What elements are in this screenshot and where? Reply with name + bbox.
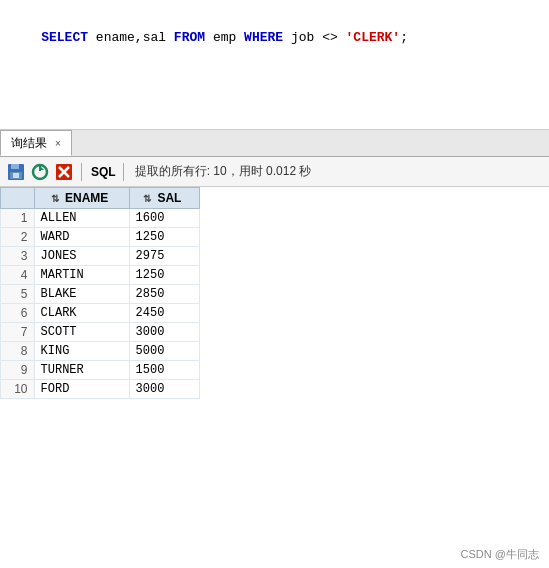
toolbar: SQL 提取的所有行: 10，用时 0.012 秒 [0, 157, 549, 187]
sal-header[interactable]: ⇅ SAL [129, 188, 199, 209]
toolbar-separator-2 [123, 163, 124, 181]
table-header-row: ⇅ ENAME ⇅ SAL [1, 188, 200, 209]
sal-cell: 1250 [129, 228, 199, 247]
ename-cell: BLAKE [34, 285, 129, 304]
ename-cell: WARD [34, 228, 129, 247]
row-number: 2 [1, 228, 35, 247]
sal-cell: 5000 [129, 342, 199, 361]
toolbar-separator [81, 163, 82, 181]
refresh-icon-button[interactable] [30, 162, 50, 182]
tab-close-button[interactable]: × [55, 138, 61, 149]
ename-cell: ALLEN [34, 209, 129, 228]
sal-cell: 2450 [129, 304, 199, 323]
row-number: 6 [1, 304, 35, 323]
sql-editor[interactable]: SELECT ename,sal FROM emp WHERE job <> '… [0, 0, 549, 130]
ename-cell: MARTIN [34, 266, 129, 285]
table-row[interactable]: 3JONES2975 [1, 247, 200, 266]
row-number: 8 [1, 342, 35, 361]
svg-rect-6 [39, 166, 41, 171]
refresh-icon [31, 163, 49, 181]
table-row[interactable]: 6CLARK2450 [1, 304, 200, 323]
ename-cell: CLARK [34, 304, 129, 323]
sal-cell: 1250 [129, 266, 199, 285]
sal-cell: 1600 [129, 209, 199, 228]
ename-cell: SCOTT [34, 323, 129, 342]
table-row[interactable]: 2WARD1250 [1, 228, 200, 247]
ename-sort-icon: ⇅ [51, 193, 59, 204]
row-num-header [1, 188, 35, 209]
table-row[interactable]: 8KING5000 [1, 342, 200, 361]
row-number: 7 [1, 323, 35, 342]
sal-sort-icon: ⇅ [143, 193, 151, 204]
tab-label: 询结果 [11, 135, 47, 152]
row-number: 4 [1, 266, 35, 285]
sal-cell: 3000 [129, 380, 199, 399]
table-row[interactable]: 10FORD3000 [1, 380, 200, 399]
row-number: 3 [1, 247, 35, 266]
row-number: 9 [1, 361, 35, 380]
svg-rect-3 [13, 173, 19, 178]
ename-cell: FORD [34, 380, 129, 399]
results-tab[interactable]: 询结果 × [0, 130, 72, 156]
sal-cell: 2975 [129, 247, 199, 266]
ename-cell: KING [34, 342, 129, 361]
table-row[interactable]: 9TURNER1500 [1, 361, 200, 380]
sal-cell: 1500 [129, 361, 199, 380]
save-icon-button[interactable] [6, 162, 26, 182]
sal-cell: 3000 [129, 323, 199, 342]
save-icon [7, 163, 25, 181]
table-row[interactable]: 5BLAKE2850 [1, 285, 200, 304]
table-row[interactable]: 4MARTIN1250 [1, 266, 200, 285]
tab-bar: 询结果 × [0, 130, 549, 157]
stop-icon-button[interactable] [54, 162, 74, 182]
table-row[interactable]: 7SCOTT3000 [1, 323, 200, 342]
watermark: CSDN @牛同志 [461, 547, 539, 562]
sql-code: SELECT ename,sal FROM emp WHERE job <> '… [10, 8, 539, 67]
ename-cell: TURNER [34, 361, 129, 380]
sal-cell: 2850 [129, 285, 199, 304]
ename-header[interactable]: ⇅ ENAME [34, 188, 129, 209]
table-row[interactable]: 1ALLEN1600 [1, 209, 200, 228]
svg-rect-1 [11, 164, 19, 169]
watermark-text: CSDN @牛同志 [461, 548, 539, 560]
results-table: ⇅ ENAME ⇅ SAL 1ALLEN16002WARD12503JONES2… [0, 187, 200, 399]
ename-cell: JONES [34, 247, 129, 266]
sql-label: SQL [91, 165, 116, 179]
row-number: 1 [1, 209, 35, 228]
row-number: 10 [1, 380, 35, 399]
row-number: 5 [1, 285, 35, 304]
stop-icon [55, 163, 73, 181]
toolbar-status: 提取的所有行: 10，用时 0.012 秒 [135, 163, 312, 180]
results-container[interactable]: ⇅ ENAME ⇅ SAL 1ALLEN16002WARD12503JONES2… [0, 187, 549, 568]
